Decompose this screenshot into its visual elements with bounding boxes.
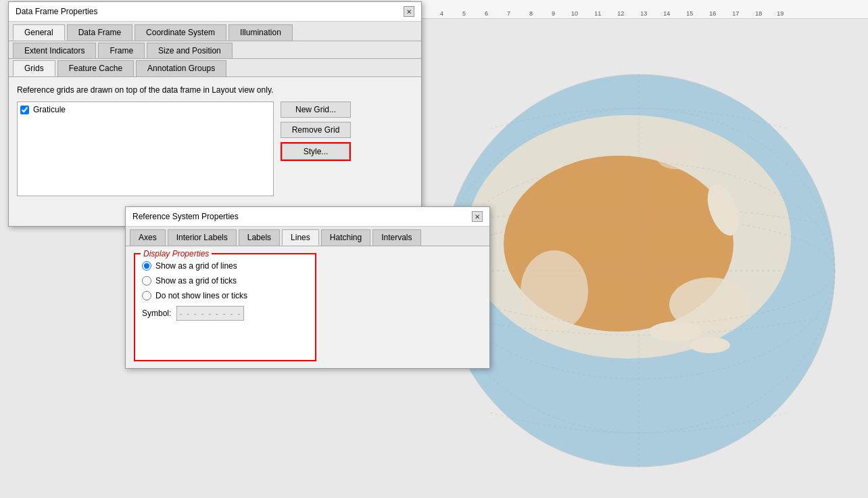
svg-point-5: [656, 142, 696, 169]
graticule-label: Graticule: [33, 105, 66, 114]
tab-labels[interactable]: Labels: [239, 229, 280, 246]
tab-lines[interactable]: Lines: [282, 229, 319, 246]
tab-grids[interactable]: Grids: [13, 60, 55, 76]
tab-coordinate-system[interactable]: Coordinate System: [135, 24, 226, 41]
refprop-tabs: Axes Interior Labels Labels Lines Hatchi…: [126, 227, 489, 246]
radio-grid-lines-label: Show as a grid of lines: [155, 261, 237, 271]
tab-annotation-groups[interactable]: Annotation Groups: [136, 60, 226, 76]
radio-no-lines-label: Do not show lines or ticks: [155, 291, 247, 300]
refprop-close-button[interactable]: ✕: [472, 211, 483, 222]
info-text: Reference grids are drawn on top of the …: [17, 85, 413, 95]
tab-size-position[interactable]: Size and Position: [147, 43, 233, 58]
radio-no-lines-input[interactable]: [142, 291, 151, 300]
tab-illumination[interactable]: Illumination: [228, 24, 293, 41]
grid-list-area: Graticule New Grid... Remove Grid Style.…: [17, 101, 413, 196]
radio-grid-ticks: Show as a grid of ticks: [142, 276, 308, 286]
display-properties-group: Display Properties Show as a grid of lin…: [134, 253, 316, 361]
tab-extent-indicators[interactable]: Extent Indicators: [13, 43, 96, 58]
symbol-row: Symbol: - - - - - - - - -: [142, 306, 308, 321]
ref-prop-dialog: Reference System Properties ✕ Axes Inter…: [125, 206, 490, 369]
svg-point-13: [690, 337, 730, 353]
tab-frame[interactable]: Frame: [98, 43, 145, 58]
svg-point-4: [521, 250, 588, 332]
close-button[interactable]: ✕: [404, 6, 414, 17]
refprop-title: Reference System Properties: [132, 212, 239, 221]
tab-intervals[interactable]: Intervals: [372, 229, 420, 246]
tab-hatching[interactable]: Hatching: [321, 229, 370, 246]
ruler-top: 3 4 5 6 7 8 9 10 11 12 13 14 15 16 17 18…: [411, 0, 868, 19]
new-grid-button[interactable]: New Grid...: [281, 101, 351, 118]
tab-data-frame[interactable]: Data Frame: [67, 24, 132, 41]
grid-buttons: New Grid... Remove Grid Style...: [281, 101, 351, 196]
radio-grid-ticks-label: Show as a grid of ticks: [155, 276, 237, 286]
tabs-row2: Extent Indicators Frame Size and Positio…: [9, 41, 421, 59]
radio-grid-lines: Show as a grid of lines: [142, 261, 308, 271]
refprop-title-bar: Reference System Properties ✕: [126, 207, 489, 227]
tabs-row3: Grids Feature Cache Annotation Groups: [9, 59, 421, 77]
radio-no-lines: Do not show lines or ticks: [142, 291, 308, 300]
graticule-checkbox[interactable]: [20, 106, 29, 114]
tab-axes[interactable]: Axes: [130, 229, 166, 246]
grid-item-graticule[interactable]: Graticule: [20, 105, 270, 114]
symbol-preview[interactable]: - - - - - - - - -: [176, 306, 244, 321]
dialog-title: Data Frame Properties: [16, 7, 97, 16]
dialog-title-bar: Data Frame Properties ✕: [9, 2, 421, 22]
remove-grid-button[interactable]: Remove Grid: [281, 122, 351, 138]
svg-point-12: [649, 321, 703, 342]
radio-grid-ticks-input[interactable]: [142, 276, 151, 286]
style-button[interactable]: Style...: [282, 143, 349, 160]
style-button-wrapper: Style...: [281, 142, 351, 161]
radio-grid-lines-input[interactable]: [142, 261, 151, 271]
refprop-content: Display Properties Show as a grid of lin…: [126, 246, 489, 368]
tab-general[interactable]: General: [13, 24, 65, 41]
grid-list: Graticule: [17, 101, 274, 196]
dialog-content: Reference grids are drawn on top of the …: [9, 77, 421, 226]
tab-feature-cache[interactable]: Feature Cache: [57, 60, 134, 76]
data-frame-dialog: Data Frame Properties ✕ General Data Fra…: [8, 1, 422, 227]
tab-interior-labels[interactable]: Interior Labels: [168, 229, 237, 246]
symbol-label: Symbol:: [142, 309, 171, 318]
group-legend-label: Display Properties: [141, 249, 212, 258]
tabs-row1: General Data Frame Coordinate System Ill…: [9, 22, 421, 41]
